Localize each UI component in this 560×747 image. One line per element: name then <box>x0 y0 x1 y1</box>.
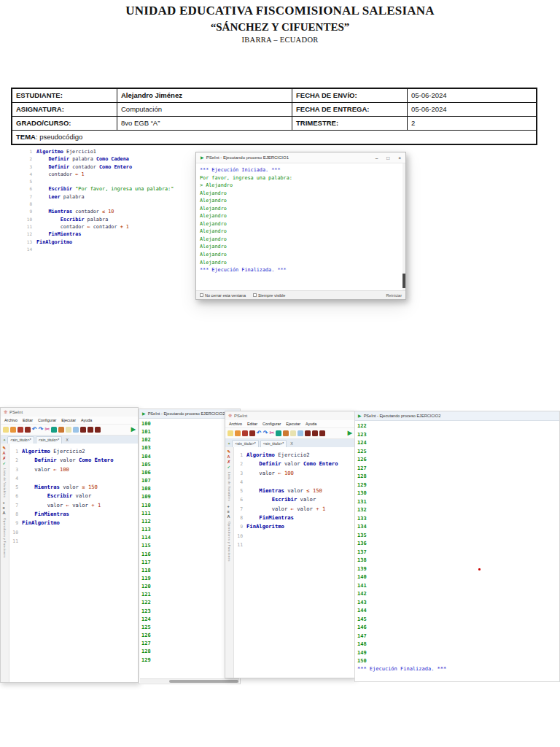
code-line: 8 <box>24 201 174 208</box>
console-number-line: 122 <box>357 422 559 431</box>
code-line: 6 Escribir valor <box>9 492 138 500</box>
paste-icon[interactable] <box>283 430 289 436</box>
save-all-icon[interactable] <box>249 430 255 436</box>
search-icon[interactable] <box>298 430 303 436</box>
console-output: *** Ejecución Iniciada. ***Por favor, in… <box>196 163 405 277</box>
new-file-icon[interactable] <box>3 427 9 433</box>
scrollbar-thumb[interactable] <box>169 680 238 683</box>
undo-icon[interactable]: ↶ <box>32 427 37 433</box>
letter-a-small-icon[interactable]: A <box>228 514 232 519</box>
tab-close-button[interactable]: X <box>290 441 293 446</box>
info-value: 2 <box>408 117 536 131</box>
code-line: 10 Escribir palabra <box>24 216 174 223</box>
lines-icon[interactable]: ≡ <box>228 509 232 514</box>
search-icon[interactable] <box>73 427 79 433</box>
pseint-run-window-ejercicio2-b: ▶ PSeInt - Ejecutando proceso EJERCICIO2… <box>354 411 560 682</box>
code-line: 7 valor ← valor + 1 <box>9 501 138 510</box>
edit-pencil-icon[interactable]: ✎ <box>3 446 7 450</box>
flowchart-icon[interactable] <box>80 427 86 433</box>
export-icon[interactable] <box>319 430 325 436</box>
copy-icon[interactable] <box>276 430 281 436</box>
run-icon[interactable]: ▶ <box>348 430 352 436</box>
editor-tab[interactable]: <sin_titulo>* <box>232 440 259 447</box>
open-file-icon[interactable] <box>235 430 241 436</box>
maximize-button[interactable]: □ <box>386 155 389 160</box>
lines-icon[interactable]: ≡ <box>3 506 7 510</box>
menu-editar[interactable]: Editar <box>23 418 33 422</box>
menu-archivo[interactable]: Archivo <box>4 418 18 422</box>
plus-icon[interactable]: + <box>3 500 7 505</box>
export-icon[interactable] <box>95 427 101 433</box>
tab-bar: ✦ <sin_titulo>*<sin_titulo>* X <box>1 436 138 444</box>
code-line: 13FinAlgoritmo <box>24 239 174 246</box>
sidebar-label-variables[interactable]: Lista de Variables <box>3 468 7 498</box>
copy-icon[interactable] <box>51 427 57 433</box>
school-location: IBARRA – ECUADOR <box>0 36 560 44</box>
new-file-icon[interactable] <box>228 430 233 436</box>
plus-icon[interactable]: + <box>228 504 232 508</box>
run-window-title: PSeInt - Ejecutando proceso EJERCICIO1 <box>206 155 289 160</box>
sidebar-label-operadores[interactable]: Operadores y Funciones <box>3 518 7 558</box>
editor-tab[interactable]: <sin_titulo>* <box>36 436 63 444</box>
code-editor-area[interactable]: 1Algoritmo Ejercicio22 Definir valor Com… <box>9 444 138 682</box>
code-line: 7 Leer palabra <box>24 193 174 201</box>
minimize-button[interactable]: – <box>376 155 378 160</box>
sidebar-label-variables[interactable]: Lista de Variables <box>228 472 231 501</box>
editor-tab[interactable]: <sin_titulo>* <box>260 440 287 447</box>
report-icon[interactable] <box>312 430 318 436</box>
pseudocode-screenshot-ejercicio1: 1Algoritmo Ejercicio12 Definir palabra C… <box>24 148 174 253</box>
menu-editar[interactable]: Editar <box>247 422 257 426</box>
run-icon[interactable]: ▶ <box>131 427 136 433</box>
letter-a-icon[interactable]: A <box>228 454 232 459</box>
save-all-icon[interactable] <box>25 427 31 433</box>
document-list-icon[interactable] <box>66 427 71 433</box>
delete-x-icon[interactable]: ✗ <box>228 460 232 464</box>
menu-configurar[interactable]: Configurar <box>38 418 56 422</box>
horizontal-scrollbar[interactable] <box>140 678 239 683</box>
info-table: ESTUDIANTE:Alejandro JiménezFECHA DE ENV… <box>11 88 537 145</box>
check-icon[interactable]: ✓ <box>228 465 232 469</box>
redo-icon[interactable]: ↷ <box>263 430 268 436</box>
console-number-line: 146 <box>357 624 559 632</box>
siempre-visible-checkbox[interactable]: Siempre visible <box>253 293 285 298</box>
editor-body: ✎A✗✓ Lista de Variables +≡A Operadores y… <box>225 447 354 678</box>
close-button[interactable]: × <box>398 155 401 160</box>
info-value: Alejandro Jiménez <box>117 89 292 103</box>
report-icon[interactable] <box>88 427 93 433</box>
cut-icon[interactable]: ✂ <box>269 430 274 436</box>
checkbox-icon[interactable] <box>253 293 257 297</box>
sidebar-label-operadores[interactable]: Operadores y Funciones <box>228 522 231 562</box>
menu-ejecutar[interactable]: Ejecutar <box>61 418 76 422</box>
editor-tab[interactable]: <sin_titulo>* <box>7 436 34 444</box>
checkbox-icon[interactable] <box>200 293 203 297</box>
letter-a-icon[interactable]: A <box>3 451 7 455</box>
undo-icon[interactable]: ↶ <box>257 430 262 436</box>
menu-ejecutar[interactable]: Ejecutar <box>286 422 300 426</box>
code-editor-area[interactable]: 1Algoritmo Ejercicio22 Definir valor Com… <box>234 447 354 678</box>
check-icon[interactable]: ✓ <box>3 461 7 465</box>
document-list-icon[interactable] <box>290 430 296 436</box>
scrollbar-thumb[interactable] <box>402 274 405 288</box>
no-cerrar-checkbox[interactable]: No cerrar esta ventana <box>200 293 246 298</box>
console-number-line: 127 <box>357 465 559 473</box>
delete-x-icon[interactable]: ✗ <box>3 456 7 460</box>
redo-icon[interactable]: ↷ <box>39 427 44 433</box>
cut-icon[interactable]: ✂ <box>44 427 50 433</box>
reiniciar-button[interactable]: Reiniciar <box>386 293 402 298</box>
tema-row: TEMA: pseudocódigo <box>12 131 536 144</box>
tab-close-button[interactable]: X <box>66 438 69 442</box>
menu-archivo[interactable]: Archivo <box>229 422 242 426</box>
flowchart-icon[interactable] <box>305 430 311 436</box>
save-icon[interactable] <box>18 427 23 433</box>
school-name: UNIDAD EDUCATIVA FISCOMISIONAL SALESIANA <box>0 4 560 18</box>
paste-icon[interactable] <box>58 427 64 433</box>
vertical-scrollbar[interactable] <box>402 163 405 290</box>
edit-pencil-icon[interactable]: ✎ <box>228 449 232 454</box>
console-number-line: 141 <box>357 582 559 591</box>
open-file-icon[interactable] <box>10 427 16 433</box>
letter-a-small-icon[interactable]: A <box>3 511 7 515</box>
menu-ayuda[interactable]: Ayuda <box>81 418 92 422</box>
menu-ayuda[interactable]: Ayuda <box>306 422 316 426</box>
save-icon[interactable] <box>242 430 248 436</box>
menu-configurar[interactable]: Configurar <box>262 422 281 426</box>
